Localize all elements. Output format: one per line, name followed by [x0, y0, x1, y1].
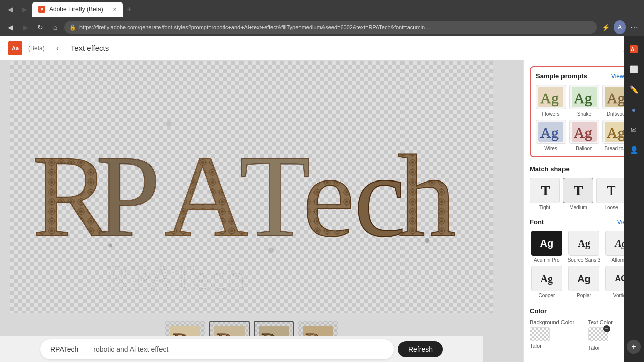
rs-icon-circle[interactable]: ●: [625, 101, 643, 119]
font-acumin-pro[interactable]: Ag Acumin Pro: [530, 231, 564, 263]
sample-wires[interactable]: Ag Wires: [536, 120, 566, 151]
sample-flowers-label: Flowers: [542, 111, 559, 117]
font-source-box: Ag: [568, 231, 599, 256]
extensions-btn[interactable]: ⚡: [600, 21, 612, 33]
tab-title: Adobe Firefly (Beta): [49, 6, 103, 13]
nav-back-btn[interactable]: ◀: [4, 21, 16, 33]
font-poplar-text: Ag: [577, 273, 591, 285]
profile-avatar[interactable]: A: [614, 20, 626, 34]
sample-prompts-grid: Ag Flowers Ag Snake: [536, 85, 632, 151]
shape-loose[interactable]: T Loose: [596, 178, 626, 210]
shape-tight[interactable]: T Tight: [530, 178, 560, 210]
sample-snake[interactable]: Ag Snake: [569, 85, 599, 117]
shape-loose-label: Loose: [604, 205, 618, 210]
sample-flowers[interactable]: Ag Flowers: [536, 85, 566, 117]
svg-point-22: [425, 238, 430, 243]
browser-nav-icons: ⚡ A ⋯: [600, 21, 640, 33]
shape-medium-label: Medium: [569, 205, 587, 210]
pencil-icon: ✏: [603, 325, 610, 332]
sample-snake-thumb: Ag: [569, 85, 599, 109]
shape-tight-box: T: [530, 178, 560, 203]
shape-options: T Tight T Medium T Loose: [530, 178, 638, 210]
nav-refresh-btn[interactable]: ↻: [34, 21, 46, 33]
match-shape-section: Match shape T Tight T Medium T: [530, 165, 638, 210]
font-source-label: Source Sans 3: [568, 257, 601, 263]
font-source-sans[interactable]: Ag Source Sans 3: [567, 231, 601, 263]
refresh-button[interactable]: Refresh: [398, 341, 443, 357]
more-options-btn[interactable]: ⋯: [628, 21, 640, 33]
bg-color-swatch[interactable]: [530, 327, 550, 341]
letter-e: e: [303, 132, 355, 261]
font-header: Font View all: [530, 218, 638, 226]
font-poplar-label: Poplar: [577, 293, 591, 298]
nav-forward-btn[interactable]: ▶: [19, 21, 31, 33]
text-color-swatch-wrapper: ✏: [588, 327, 608, 341]
browser-forward-btn[interactable]: ▶: [18, 3, 30, 15]
svg-text:Ag: Ag: [574, 89, 592, 106]
canvas-area: R R P P A A T T: [0, 60, 503, 362]
bg-color-name: Talor: [530, 343, 580, 349]
svg-text:Ag: Ag: [540, 124, 559, 141]
adobe-logo-text: Aa: [12, 45, 19, 51]
sample-balloon[interactable]: Ag Balloon: [569, 120, 599, 151]
shape-medium[interactable]: T Medium: [563, 178, 593, 210]
svg-text:P: P: [96, 132, 160, 261]
beta-label: (Beta): [28, 45, 45, 52]
sample-balloon-label: Balloon: [576, 146, 592, 151]
svg-point-20: [268, 247, 274, 253]
canvas-background: R R P P A A T T: [10, 61, 493, 313]
font-acumin-text: Ag: [540, 238, 553, 249]
svg-text:Ag: Ag: [607, 124, 625, 141]
font-poplar[interactable]: Ag Poplar: [567, 266, 601, 298]
svg-point-19: [166, 121, 171, 126]
sample-prompts-header: Sample prompts View all: [536, 72, 632, 80]
rs-icon-edit[interactable]: ✏️: [625, 80, 643, 99]
rs-add-btn[interactable]: +: [627, 340, 641, 354]
tab-bar: ◀ ▶ F Adobe Firefly (Beta) ✕ +: [0, 0, 644, 18]
rs-icon-person[interactable]: 👤: [625, 141, 643, 159]
prompt-input[interactable]: [89, 345, 390, 353]
nav-bar: ◀ ▶ ↻ ⌂ 🔒 https://firefly.adobe.com/gene…: [0, 18, 644, 36]
sample-snake-label: Snake: [577, 111, 591, 117]
sample-wires-thumb: Ag: [536, 120, 566, 144]
tab-close-btn[interactable]: ✕: [113, 7, 117, 12]
profile-btn[interactable]: A: [614, 21, 626, 33]
browser-back-btn[interactable]: ◀: [4, 3, 16, 15]
font-grid: Ag Acumin Pro Ag Source Sans 3 Ag Alform…: [530, 231, 638, 298]
font-cooper-box: Ag: [531, 266, 562, 291]
color-title: Color: [530, 307, 547, 315]
text-input-label: RPATech: [44, 345, 85, 353]
rs-icon-adobe[interactable]: A: [625, 40, 643, 58]
font-acumin-label: Acumin Pro: [534, 257, 560, 263]
rs-icon-square[interactable]: ⬜: [625, 60, 643, 78]
main-text-art: R R P P A A T T: [25, 109, 478, 265]
adobe-logo: Aa: [8, 41, 22, 55]
bg-color-label: Background Color: [530, 319, 580, 325]
font-poplar-box: Ag: [568, 266, 599, 291]
svg-text:Ag: Ag: [540, 89, 559, 106]
nav-back-button[interactable]: ‹: [51, 41, 65, 55]
font-cooper-text: Ag: [541, 273, 553, 285]
input-divider: [87, 344, 87, 354]
font-cooper-label: Cooper: [538, 293, 555, 298]
active-tab[interactable]: F Adobe Firefly (Beta) ✕: [32, 2, 123, 17]
page-title: Text effects: [71, 44, 109, 52]
shape-loose-box: T: [596, 178, 626, 203]
url-bar[interactable]: 🔒 https://firefly.adobe.com/generate/fon…: [64, 21, 597, 34]
prompt-bar: RPATech: [40, 339, 394, 359]
new-tab-btn[interactable]: +: [125, 3, 133, 16]
font-title: Font: [530, 218, 544, 226]
nav-home-btn[interactable]: ⌂: [49, 21, 61, 33]
svg-text:Ag: Ag: [574, 124, 592, 141]
rs-icon-mail[interactable]: ✉: [625, 121, 643, 139]
svg-point-18: [108, 243, 112, 247]
match-shape-title: Match shape: [530, 165, 570, 173]
shape-medium-box: T: [563, 178, 593, 203]
font-source-text: Ag: [578, 238, 590, 249]
ghost-text: RPATech: [101, 257, 403, 298]
font-cooper[interactable]: Ag Cooper: [530, 266, 564, 298]
svg-text:A: A: [164, 132, 249, 261]
app-header: Aa (Beta) ‹ Text effects 🔔: [0, 36, 644, 60]
main-content: R R P P A A T T: [0, 60, 644, 362]
color-section: Color Background Color Talor Text Color …: [530, 306, 638, 353]
